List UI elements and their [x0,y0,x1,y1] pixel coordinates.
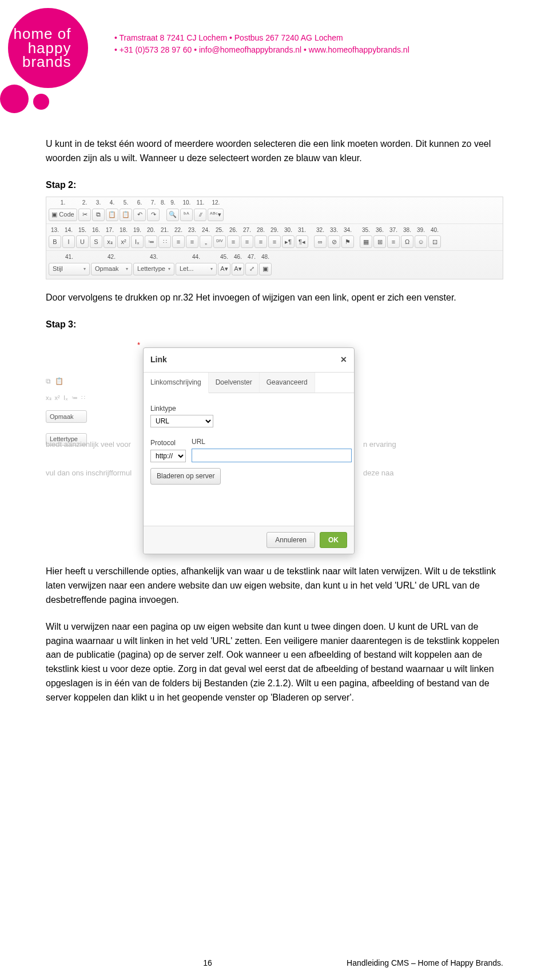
link-dialog-screenshot: * ⧉ 📋 x₂ x² Iₓ ≔ ∷ Opmaak Lettertype bie… [46,336,503,553]
toolbar-button[interactable]: ∷ [158,235,171,248]
toolbar-select[interactable]: Let...▾ [176,263,217,275]
toolbar-select[interactable]: Lettertype▾ [133,263,174,275]
paragraph-4: Wilt u verwijzen naar een pagina op uw e… [46,620,503,705]
toolbar-button[interactable]: ⧉ [92,209,105,221]
toolbar-button[interactable]: ⫽ [194,209,206,221]
toolbar-button[interactable]: ☺ [415,235,427,248]
logo-circle: home of happy brands [8,8,88,88]
bg-asterisk: * [137,339,140,351]
linktype-select[interactable]: URL [150,415,213,427]
toolbar-button[interactable]: 📋 [106,209,118,221]
toolbar-button[interactable]: Ω [401,235,413,248]
tab-link-description[interactable]: Linkomschrijving [144,373,209,393]
toolbar-button[interactable]: ⊘ [328,235,340,248]
toolbar-button[interactable]: ∞ [314,235,327,248]
toolbar-button[interactable]: ≡ [387,235,400,248]
paragraph-1: U kunt in de tekst één woord of meerdere… [46,137,503,166]
bg-text-c: vul dan ons inschrijfformul [46,467,132,479]
toolbar-button[interactable]: ↶ [133,209,146,221]
page-footer: 16 Handleiding CMS – Home of Happy Brand… [0,958,549,967]
toolbar-button[interactable]: I [62,235,75,248]
toolbar-button[interactable]: U [76,235,89,248]
bg-text-d: deze naa [363,467,394,479]
cancel-button[interactable]: Annuleren [266,532,315,549]
contact-line1: • Tramstraat 8 7241 CJ Lochem • Postbus … [114,32,409,44]
bg-text-b: n ervaring [363,439,396,450]
page-header: home of happy brands • Tramstraat 8 7241… [0,0,549,103]
toolbar-select[interactable]: Opmaak▾ [91,263,132,275]
toolbar-button[interactable]: ▣ Code [49,209,77,221]
toolbar-button[interactable]: ⊞ [373,235,386,248]
toolbar-button[interactable]: Iₓ [131,235,144,248]
toolbar-button[interactable]: x² [117,235,130,248]
editor-toolbar: 1.▣ Code2.✂3.⧉4.📋5.📋6.↶7.↷8.9.🔍10.ᵇᴬ11.⫽… [46,197,503,279]
contact-block: • Tramstraat 8 7241 CJ Lochem • Postbus … [114,32,409,56]
toolbar-button[interactable]: ≡ [268,235,281,248]
protocol-label: Protocol [150,438,186,449]
contact-line2: • +31 (0)573 28 97 60 • info@homeofhappy… [114,44,409,56]
close-icon[interactable]: ✕ [340,354,347,366]
toolbar-button[interactable]: ⤢ [245,263,258,275]
toolbar-button[interactable]: ᴰᴵⱽ [213,235,226,248]
step3-label: Stap 3: [46,318,503,332]
protocol-select[interactable]: http:// [150,450,186,462]
paragraph-3: Hier heeft u verschillende opties, afhan… [46,565,503,607]
toolbar-select[interactable]: Stijl▾ [49,263,90,275]
toolbar-button[interactable]: B [49,235,61,248]
toolbar-button[interactable]: „ [200,235,212,248]
url-input[interactable] [192,449,352,462]
toolbar-button[interactable]: ↷ [147,209,160,221]
doc-title: Handleiding CMS – Home of Happy Brands. [347,958,503,967]
link-dialog: Link ✕ Linkomschrijving Doelvenster Geav… [143,347,355,554]
toolbar-button[interactable]: ≔ [145,235,157,248]
toolbar-button[interactable]: ⊡ [428,235,441,248]
linktype-label: Linktype [150,403,347,414]
toolbar-button[interactable]: ¶◂ [296,235,308,248]
page-number: 16 [203,958,212,967]
tab-advanced[interactable]: Geavanceerd [260,373,315,393]
toolbar-button[interactable]: A▾ [232,263,244,275]
toolbar-button[interactable]: ▸¶ [282,235,295,248]
toolbar-button[interactable]: ≡ [254,235,267,248]
toolbar-button[interactable]: ⚑ [341,235,354,248]
logo-line3: brands [22,53,71,70]
toolbar-button[interactable]: ᴬᴮᶜ▾ [208,209,224,221]
browse-server-button[interactable]: Bladeren op server [150,468,221,485]
toolbar-button[interactable]: S [90,235,102,248]
toolbar-button[interactable]: ≡ [172,235,185,248]
toolbar-button[interactable]: ≡ [227,235,240,248]
toolbar-button[interactable]: ≡ [241,235,253,248]
step2-label: Stap 2: [46,178,503,193]
toolbar-button[interactable]: x₂ [104,235,116,248]
logo-dot2 [33,94,49,110]
ok-button[interactable]: OK [320,532,347,549]
dialog-title: Link [150,354,167,366]
page-content: U kunt in de tekst één woord of meerdere… [0,103,549,705]
logo-dot1 [0,85,29,113]
tab-target-window[interactable]: Doelvenster [209,373,260,393]
toolbar-button[interactable]: A▾ [218,263,230,275]
toolbar-button[interactable]: ≡ [186,235,198,248]
toolbar-button[interactable]: ▦ [360,235,372,248]
toolbar-button[interactable]: 📋 [120,209,132,221]
paragraph-2: Door vervolgens te drukken op nr.32 Het … [46,291,503,305]
toolbar-button[interactable]: ▣ [259,263,272,275]
toolbar-button[interactable]: ᵇᴬ [180,209,193,221]
url-label: URL [192,437,352,447]
bg-text-a: biedt aanzienlijk veel voor [46,439,131,450]
toolbar-button[interactable]: 🔍 [166,209,179,221]
toolbar-button[interactable]: ✂ [78,209,91,221]
